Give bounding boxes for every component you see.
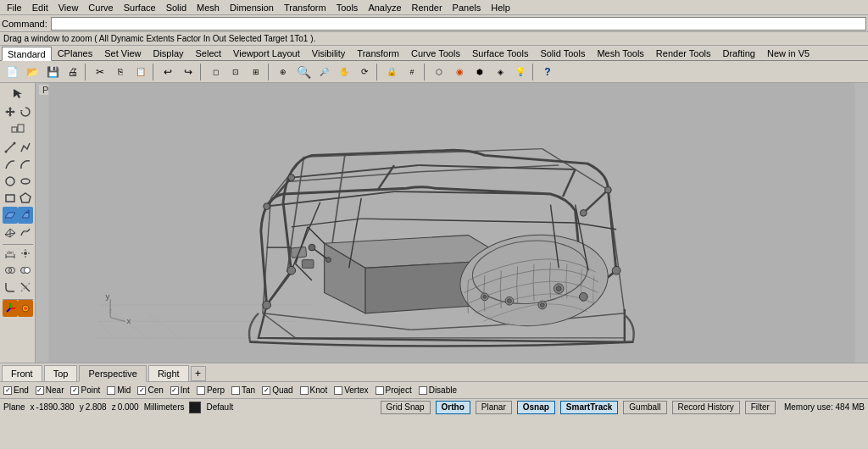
tab-solid-tools[interactable]: Solid Tools xyxy=(534,46,591,60)
planar-btn[interactable]: Planar xyxy=(476,401,512,414)
open-btn[interactable]: 📂 xyxy=(23,63,42,81)
filter-btn[interactable]: Filter xyxy=(745,401,776,414)
circle-tool[interactable] xyxy=(3,173,18,190)
menu-file[interactable]: File xyxy=(2,0,27,14)
trim-tool[interactable] xyxy=(18,279,33,296)
tab-viewport-layout[interactable]: Viewport Layout xyxy=(227,46,306,60)
mesh-tool[interactable] xyxy=(3,224,18,241)
snap-project-cb[interactable] xyxy=(376,386,384,395)
ortho-btn[interactable]: Ortho xyxy=(436,401,470,414)
curve-tool[interactable] xyxy=(3,156,18,173)
snap-int-cb[interactable] xyxy=(170,386,179,395)
tab-standard[interactable]: Standard xyxy=(2,47,52,61)
snap-knot-cb[interactable] xyxy=(300,386,309,395)
move-tool[interactable] xyxy=(3,103,18,120)
tab-drafting[interactable]: Drafting xyxy=(716,46,761,60)
menu-view[interactable]: View xyxy=(53,0,84,14)
tab-render-tools[interactable]: Render Tools xyxy=(650,46,717,60)
snap-point[interactable]: Point xyxy=(70,385,100,395)
menu-curve[interactable]: Curve xyxy=(83,0,118,14)
wireframe-btn[interactable]: ⬡ xyxy=(430,63,448,81)
rect-tool[interactable] xyxy=(3,190,18,207)
line-tool[interactable] xyxy=(3,139,18,156)
redo-btn[interactable]: ↪ xyxy=(179,63,198,81)
tab-mesh-tools[interactable]: Mesh Tools xyxy=(591,46,649,60)
material-btn[interactable]: ◈ xyxy=(491,63,509,81)
tab-display[interactable]: Display xyxy=(147,46,189,60)
menu-render[interactable]: Render xyxy=(407,0,448,14)
fillet-tool[interactable] xyxy=(3,279,18,296)
snap-end[interactable]: End xyxy=(3,385,29,395)
snap-cen[interactable]: Cen xyxy=(137,385,163,395)
snap-perp-cb[interactable] xyxy=(197,386,205,395)
snap-disable[interactable]: Disable xyxy=(419,385,457,395)
tab-cplanes[interactable]: CPlanes xyxy=(52,46,99,60)
ellipse-tool[interactable] xyxy=(18,173,33,190)
menu-dimension[interactable]: Dimension xyxy=(225,0,279,14)
zoom-btn[interactable]: 🔍 xyxy=(294,63,313,81)
vp-tab-front[interactable]: Front xyxy=(2,365,42,382)
snap-vertex-cb[interactable] xyxy=(334,386,342,395)
gumball-tool[interactable] xyxy=(3,300,18,317)
rotate-btn[interactable]: ⟳ xyxy=(355,63,374,81)
boolean-union-tool[interactable] xyxy=(3,262,18,279)
menu-tools[interactable]: Tools xyxy=(331,0,364,14)
render-btn[interactable]: ⬢ xyxy=(470,63,489,81)
paste-btn[interactable]: 📋 xyxy=(131,63,150,81)
snap-near-cb[interactable] xyxy=(36,386,44,395)
scale-tool[interactable] xyxy=(3,121,33,138)
menu-edit[interactable]: Edit xyxy=(27,0,53,14)
tab-select[interactable]: Select xyxy=(190,46,228,60)
snap-mid[interactable]: Mid xyxy=(107,385,131,395)
lock-btn[interactable]: 🔒 xyxy=(382,63,401,81)
tab-curve-tools[interactable]: Curve Tools xyxy=(405,46,466,60)
menu-help[interactable]: Help xyxy=(486,0,515,14)
cut-btn[interactable]: ✂ xyxy=(91,63,109,81)
new-btn[interactable]: 📄 xyxy=(3,63,21,81)
help-btn[interactable]: ? xyxy=(538,63,557,81)
zoom-win-btn[interactable]: 🔎 xyxy=(314,63,333,81)
snap-project[interactable]: Project xyxy=(376,385,412,395)
select-all-btn[interactable]: ⊡ xyxy=(226,63,245,81)
polygon-tool[interactable] xyxy=(18,190,33,207)
menu-transform[interactable]: Transform xyxy=(279,0,331,14)
window-select-btn[interactable]: ⊞ xyxy=(247,63,265,81)
tab-transform[interactable]: Transform xyxy=(351,46,405,60)
snap-quad-cb[interactable] xyxy=(262,386,270,395)
viewport[interactable]: Perspective ▼ x y z xyxy=(36,83,868,363)
snap-tan-cb[interactable] xyxy=(231,386,240,395)
pan-btn[interactable]: ✋ xyxy=(335,63,353,81)
gumball-btn[interactable]: Gumball xyxy=(623,401,666,414)
surface-tool[interactable] xyxy=(3,207,18,224)
snap-perp[interactable]: Perp xyxy=(197,385,225,395)
menu-analyze[interactable]: Analyze xyxy=(363,0,406,14)
solid-tool[interactable] xyxy=(18,207,33,224)
command-input[interactable] xyxy=(51,17,866,30)
vp-tab-top[interactable]: Top xyxy=(44,365,78,382)
snap-tan[interactable]: Tan xyxy=(231,385,255,395)
smart-track-btn[interactable]: SmartTrack xyxy=(560,401,618,414)
boolean-diff-tool[interactable] xyxy=(18,262,33,279)
snap-disable-cb[interactable] xyxy=(419,386,427,395)
snap-int[interactable]: Int xyxy=(170,385,190,395)
light-btn[interactable]: 💡 xyxy=(511,63,530,81)
zoom-ext-btn[interactable]: ⊕ xyxy=(274,63,292,81)
menu-surface[interactable]: Surface xyxy=(119,0,161,14)
record-history-btn[interactable]: Record History xyxy=(672,401,740,414)
save-btn[interactable]: 💾 xyxy=(43,63,62,81)
vp-tab-perspective[interactable]: Perspective xyxy=(79,365,146,382)
menu-solid[interactable]: Solid xyxy=(161,0,192,14)
arc-tool[interactable] xyxy=(18,156,33,173)
snap-point-cb[interactable] xyxy=(70,386,79,395)
point-tool[interactable] xyxy=(18,245,33,262)
snap-mid-cb[interactable] xyxy=(107,386,115,395)
snap-cen-cb[interactable] xyxy=(137,386,146,395)
undo-btn[interactable]: ↩ xyxy=(159,63,177,81)
record-tool[interactable] xyxy=(18,300,33,317)
select-btn[interactable]: ◻ xyxy=(206,63,225,81)
tab-new-v5[interactable]: New in V5 xyxy=(761,46,815,60)
grid-snap-btn[interactable]: Grid Snap xyxy=(381,401,431,414)
select-tool[interactable] xyxy=(3,86,33,103)
tab-surface-tools[interactable]: Surface Tools xyxy=(466,46,534,60)
rotate-tool[interactable] xyxy=(18,103,33,120)
